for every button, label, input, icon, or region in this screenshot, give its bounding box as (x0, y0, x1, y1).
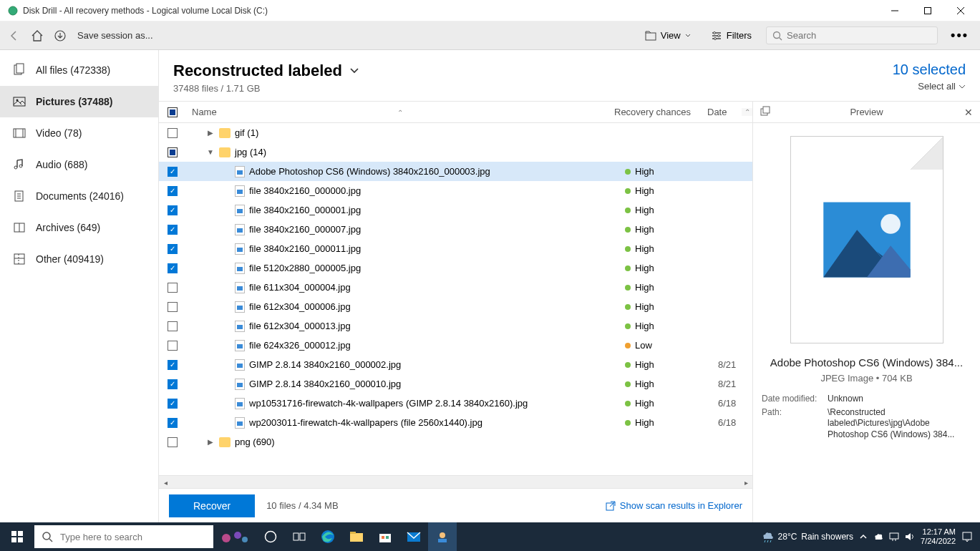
file-row[interactable]: file 611x304_000004.jpgHigh (159, 278, 752, 297)
sidebar-item-allfiles[interactable]: All files (472338) (0, 54, 158, 86)
tray-network-icon[interactable] (889, 532, 899, 542)
sidebar-item-audio[interactable]: Audio (688) (0, 149, 158, 180)
taskbar-weather[interactable]: 28°C Rain showers (761, 530, 854, 543)
folder-row[interactable]: ▶png (690) (159, 432, 752, 452)
sidebar-item-archives[interactable]: Archives (649) (0, 212, 158, 243)
row-checkbox[interactable] (168, 167, 178, 177)
sidebar-item-label: Video (78) (36, 127, 82, 139)
recovery-chance: High (635, 321, 654, 331)
expand-arrow-icon[interactable]: ▼ (206, 148, 215, 156)
save-session-button[interactable]: Save session as... (77, 30, 153, 41)
header-checkbox[interactable] (168, 107, 178, 117)
search-field[interactable] (787, 30, 931, 41)
filters-button[interactable]: Filters (705, 30, 757, 42)
view-dropdown[interactable]: View (639, 30, 697, 42)
preview-close-button[interactable]: ✕ (964, 107, 973, 118)
taskbar-taskview-icon[interactable] (285, 522, 314, 551)
row-checkbox[interactable] (168, 244, 178, 254)
expand-arrow-icon[interactable]: ▶ (206, 129, 215, 137)
taskbar-app-icon[interactable] (428, 522, 457, 551)
file-row[interactable]: file 612x304_000006.jpgHigh (159, 297, 752, 316)
row-name: Adobe Photoshop CS6 (Windows) 3840x2160_… (249, 166, 490, 177)
taskbar-cortana-icon[interactable] (256, 522, 285, 551)
taskbar-edge-icon[interactable] (314, 522, 342, 551)
taskbar-clock[interactable]: 12:17 AM 7/24/2022 (921, 527, 956, 546)
row-checkbox[interactable] (168, 321, 178, 331)
more-menu-button[interactable]: ••• (946, 28, 973, 43)
scroll-left-icon[interactable]: ◂ (159, 476, 172, 489)
tray-onedrive-icon[interactable] (873, 532, 883, 542)
start-button[interactable] (0, 522, 34, 551)
select-all-dropdown[interactable]: Select all (893, 81, 966, 92)
column-date[interactable]: Date (707, 107, 742, 117)
file-row[interactable]: Adobe Photoshop CS6 (Windows) 3840x2160_… (159, 162, 752, 181)
row-checkbox[interactable] (168, 283, 178, 293)
row-checkbox[interactable] (168, 263, 178, 273)
maximize-button[interactable] (911, 0, 944, 21)
selected-count: 10 selected (893, 62, 966, 78)
taskbar-store-icon[interactable] (371, 522, 399, 551)
tray-chevron-icon[interactable] (859, 532, 868, 541)
svg-point-0 (9, 6, 17, 15)
svg-rect-6 (646, 33, 656, 40)
row-checkbox[interactable] (168, 205, 178, 215)
taskbar-widget[interactable] (213, 522, 256, 551)
breadcrumb-dropdown[interactable]: Reconstructed labeled (173, 62, 359, 80)
tray-volume-icon[interactable] (905, 532, 915, 542)
svg-rect-49 (350, 532, 356, 534)
row-checkbox[interactable] (168, 225, 178, 235)
popout-icon[interactable] (760, 107, 772, 118)
system-tray[interactable] (859, 532, 915, 542)
file-row[interactable]: file 3840x2160_000011.jpgHigh (159, 239, 752, 258)
sidebar-item-pictures[interactable]: Pictures (37488) (0, 86, 158, 117)
row-checkbox[interactable] (168, 147, 178, 157)
sidebar-item-documents[interactable]: Documents (24016) (0, 180, 158, 212)
scroll-up-button[interactable]: ⌃ (742, 108, 752, 116)
file-row[interactable]: wp2003011-firewatch-4k-wallpapers (file … (159, 413, 752, 432)
taskbar-search-field[interactable] (60, 532, 206, 542)
column-recovery[interactable]: Recovery chances (614, 107, 707, 117)
expand-arrow-icon[interactable]: ▶ (206, 438, 215, 446)
file-row[interactable]: file 624x326_000012.jpgLow (159, 336, 752, 355)
show-in-explorer-link[interactable]: Show scan results in Explorer (606, 500, 742, 511)
back-button[interactable] (7, 29, 21, 43)
file-row[interactable]: file 3840x2160_000007.jpgHigh (159, 220, 752, 239)
sidebar-item-video[interactable]: Video (78) (0, 117, 158, 149)
scroll-right-icon[interactable]: ▸ (739, 476, 752, 489)
recovery-dot-icon (625, 169, 631, 175)
file-row[interactable]: GIMP 2.8.14 3840x2160_000010.jpgHigh8/21 (159, 374, 752, 394)
search-input[interactable] (766, 26, 938, 44)
row-checkbox[interactable] (168, 379, 178, 389)
folder-row[interactable]: ▶gif (1) (159, 123, 752, 142)
file-row[interactable]: GIMP 2.8.14 3840x2160_000002.jpgHigh8/21 (159, 355, 752, 374)
file-row[interactable]: file 612x304_000013.jpgHigh (159, 316, 752, 336)
download-icon[interactable] (53, 29, 67, 43)
recover-button[interactable]: Recover (169, 494, 255, 517)
row-checkbox[interactable] (168, 437, 178, 447)
row-checkbox[interactable] (168, 186, 178, 196)
minimize-button[interactable] (878, 0, 911, 21)
preview-path-label: Path: (762, 407, 822, 441)
row-checkbox[interactable] (168, 341, 178, 351)
taskbar-search[interactable] (34, 525, 213, 548)
home-button[interactable] (30, 29, 44, 43)
row-checkbox[interactable] (168, 128, 178, 138)
taskbar-mail-icon[interactable] (399, 522, 428, 551)
file-row[interactable]: wp10531716-firewatch-4k-wallpapers (GIMP… (159, 394, 752, 413)
row-checkbox[interactable] (168, 302, 178, 312)
close-button[interactable] (944, 0, 977, 21)
svg-line-40 (49, 539, 52, 542)
taskbar-explorer-icon[interactable] (342, 522, 371, 551)
file-row[interactable]: file 3840x2160_000001.jpgHigh (159, 200, 752, 220)
row-checkbox[interactable] (168, 418, 178, 428)
folder-row[interactable]: ▼jpg (14) (159, 142, 752, 162)
sidebar-item-other[interactable]: Other (409419) (0, 243, 158, 275)
chevron-down-icon (959, 83, 966, 90)
notification-icon[interactable] (961, 531, 973, 542)
row-checkbox[interactable] (168, 360, 178, 370)
file-row[interactable]: file 3840x2160_000000.jpgHigh (159, 181, 752, 200)
file-row[interactable]: file 5120x2880_000005.jpgHigh (159, 258, 752, 278)
horizontal-scrollbar[interactable]: ◂ ▸ (159, 475, 752, 488)
column-name[interactable]: Name ⌃ (186, 107, 614, 117)
row-checkbox[interactable] (168, 399, 178, 409)
